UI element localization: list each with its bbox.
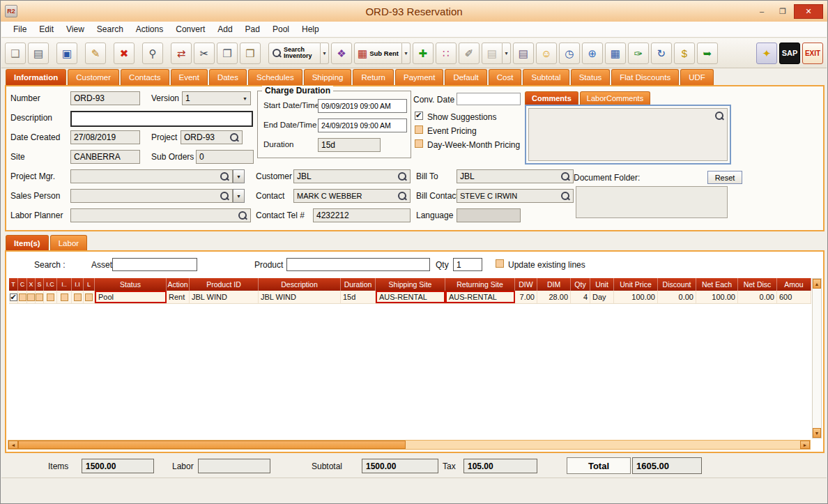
conv-date-field[interactable] [457,93,521,105]
tab-information[interactable]: Information [6,69,66,85]
description-field[interactable] [70,111,253,127]
row-check-c[interactable] [18,291,27,303]
comments-textarea[interactable] [528,108,728,161]
row-checkbox[interactable] [74,293,82,301]
scroll-down-icon[interactable]: ▼ [813,428,821,438]
project-mgr-combo-button[interactable]: ▼ [233,169,245,183]
print-preview-button[interactable]: ▤ [482,43,503,64]
tab-payment[interactable]: Payment [395,69,443,85]
menu-pad[interactable]: Pad [239,22,266,36]
cell-net-each[interactable]: 100.00 [696,291,738,303]
close-button[interactable]: ✕ [794,4,823,19]
date-created-field[interactable]: 27/08/2019 [70,130,140,144]
row-checkbox[interactable] [19,293,26,301]
scroll-up-icon[interactable]: ▲ [813,279,821,289]
col-qty[interactable]: Qty [571,278,590,291]
menu-file[interactable]: File [7,22,33,36]
tab-event[interactable]: Event [171,69,208,85]
row-check-s[interactable] [36,291,44,303]
col-t[interactable]: T [9,278,18,291]
sales-person-field[interactable] [70,189,233,203]
horizontal-scroll-track[interactable] [406,441,800,449]
row-checkbox[interactable] [36,293,43,301]
authorize-button[interactable]: ✦ [756,43,777,64]
row-checkbox[interactable] [61,293,68,301]
print-setup-button[interactable]: ▤ [513,43,534,64]
tab-labor-comments[interactable]: LaborComments [580,91,650,105]
duration-field[interactable]: 15d [318,138,381,152]
col-shipping-site[interactable]: Shipping Site [376,278,445,291]
col-i2[interactable]: I.. [57,278,72,291]
bill-to-lookup-icon[interactable] [560,171,570,181]
currency-refresh-button[interactable]: ↻ [651,43,672,64]
col-diw[interactable]: DIW [515,278,537,291]
project-mgr-field[interactable] [70,169,233,183]
col-duration[interactable]: Duration [341,278,376,291]
bill-contact-lookup-icon[interactable] [560,191,570,201]
tab-flat-discounts[interactable]: Flat Discounts [611,69,679,85]
tab-udf[interactable]: UDF [680,69,714,85]
cell-qty[interactable]: 4 [571,291,590,303]
col-unit[interactable]: Unit [590,278,614,291]
project-mgr-lookup-icon[interactable] [220,171,229,181]
col-amount[interactable]: Amou [777,278,811,291]
row-check-ic[interactable] [44,291,57,303]
horizontal-scroll-thumb[interactable] [18,441,406,449]
col-dim[interactable]: DIM [537,278,571,291]
print-preview-dropdown[interactable]: ▾ [503,43,511,64]
maximize-button[interactable]: ❐ [773,4,792,19]
version-field[interactable]: 1▼ [182,91,251,105]
col-status[interactable]: Status [95,278,167,291]
cell-unit-price[interactable]: 100.00 [614,291,658,303]
tab-comments[interactable]: Comments [525,91,578,105]
end-datetime-field[interactable]: 24/09/2019 09:00 AM [318,119,407,132]
copy-button[interactable]: ❐ [217,43,238,64]
transfer-button[interactable]: ➥ [697,43,718,64]
edit-document-button[interactable]: ✑ [628,43,649,64]
site-field[interactable]: CANBERRA [70,150,140,164]
tab-return[interactable]: Return [353,69,394,85]
sub-rent-dropdown[interactable]: ▾ [402,43,411,64]
contact-tel-field[interactable]: 4232212 [313,208,411,222]
cell-description[interactable]: JBL WIND [259,291,341,303]
shapes-button[interactable]: ❖ [331,43,352,64]
menu-view[interactable]: View [60,22,91,36]
col-s[interactable]: S [36,278,44,291]
tab-status[interactable]: Status [571,69,611,85]
save-button[interactable]: ▣ [56,43,77,64]
scroll-left-icon[interactable]: ◄ [8,441,18,449]
export-button[interactable]: ⇄ [171,43,192,64]
col-action[interactable]: Action [167,278,190,291]
asset-input[interactable] [112,258,197,271]
bill-to-field[interactable]: JBL [457,169,574,183]
col-discount[interactable]: Discount [658,278,696,291]
sub-orders-field[interactable]: 0 [196,150,254,164]
tab-labor[interactable]: Labor [50,235,87,251]
col-returning-site[interactable]: Returning Site [445,278,515,291]
spinner-icon[interactable]: ▼ [243,96,247,101]
customer-field[interactable]: JBL [293,169,411,183]
menu-edit[interactable]: Edit [33,22,60,36]
new-document-button[interactable]: ❑ [5,43,26,64]
tab-cost[interactable]: Cost [489,69,522,85]
col-description[interactable]: Description [259,278,341,291]
search-inventory-dropdown[interactable]: ▾ [321,43,329,64]
edit-button[interactable]: ✎ [85,43,106,64]
col-l[interactable]: L [84,278,95,291]
labor-planner-field[interactable] [70,208,251,222]
database-button[interactable]: ▦ [605,43,626,64]
row-check-ii[interactable] [72,291,84,303]
bill-contact-field[interactable]: STEVE C IRWIN [457,189,574,203]
exit-button[interactable]: EXIT [802,43,823,64]
row-checkbox-checked[interactable] [10,293,17,301]
tab-subtotal[interactable]: Subtotal [523,69,569,85]
add-button[interactable]: ✚ [413,43,434,64]
print-button[interactable]: ▤ [28,43,49,64]
col-unit-price[interactable]: Unit Price [614,278,658,291]
sap-button[interactable]: SAP [779,43,800,64]
note-edit-button[interactable]: ✐ [459,43,480,64]
vertical-scrollbar[interactable]: ▲ ▼ [812,278,822,438]
event-pricing-checkbox[interactable] [415,125,423,134]
reset-button[interactable]: Reset [707,171,742,184]
col-ic[interactable]: I.C [44,278,57,291]
